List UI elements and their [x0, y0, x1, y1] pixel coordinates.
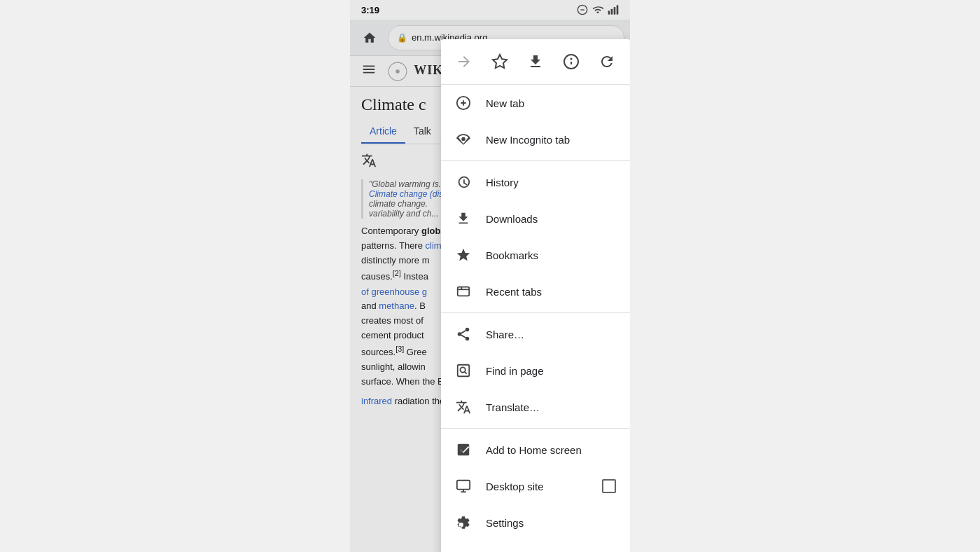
bookmarks-label: Bookmarks: [486, 249, 616, 261]
menu-item-bookmarks[interactable]: Bookmarks: [441, 237, 630, 273]
page-content-wrapper: 🔒 en.m.wikipedia.org WIKIPEDIA: [350, 20, 630, 552]
history-label: History: [486, 177, 616, 188]
menu-download-button[interactable]: [520, 46, 551, 77]
svg-point-17: [458, 332, 462, 336]
menu-item-new-tab[interactable]: New tab: [441, 85, 630, 121]
status-icons: [577, 4, 619, 15]
do-not-disturb-icon: [577, 4, 588, 15]
signal-icon: [608, 4, 619, 15]
translate-icon: [455, 399, 472, 415]
settings-label: Settings: [486, 517, 616, 529]
svg-point-16: [465, 328, 470, 332]
menu-item-find-in-page[interactable]: Find in page: [441, 352, 630, 389]
svg-point-18: [465, 337, 470, 341]
menu-item-share[interactable]: Share…: [441, 316, 630, 352]
menu-refresh-button[interactable]: [592, 46, 622, 77]
bookmarks-icon: [455, 247, 472, 263]
menu-bookmark-button[interactable]: [484, 46, 515, 77]
svg-rect-3: [611, 9, 613, 15]
new-tab-label: New tab: [486, 97, 616, 109]
history-icon: [455, 174, 472, 191]
new-incognito-label: New Incognito tab: [486, 134, 616, 146]
menu-item-help[interactable]: Help & feedback: [441, 541, 630, 552]
menu-divider-1: [441, 160, 630, 161]
share-icon: [455, 326, 472, 343]
status-time: 3:19: [361, 5, 379, 15]
menu-item-settings[interactable]: Settings: [441, 504, 630, 541]
menu-item-desktop-site[interactable]: Desktop site: [441, 468, 630, 504]
add-home-icon: [455, 441, 472, 458]
menu-item-history[interactable]: History: [441, 164, 630, 200]
svg-rect-5: [617, 5, 619, 14]
incognito-icon: [455, 131, 472, 148]
find-in-page-label: Find in page: [486, 365, 616, 377]
settings-icon: [455, 514, 472, 531]
svg-rect-2: [608, 11, 610, 14]
menu-item-translate[interactable]: Translate…: [441, 389, 630, 425]
wifi-icon: [592, 4, 603, 15]
new-tab-icon: [455, 95, 472, 111]
menu-item-new-incognito[interactable]: New Incognito tab: [441, 121, 630, 158]
dropdown-menu: New tab New Incognito tab: [441, 39, 630, 552]
recent-tabs-label: Recent tabs: [486, 286, 616, 298]
svg-line-20: [461, 331, 465, 333]
menu-info-button[interactable]: [556, 46, 587, 77]
desktop-site-checkbox[interactable]: [602, 479, 616, 493]
desktop-site-label: Desktop site: [486, 481, 588, 492]
svg-rect-23: [457, 481, 470, 490]
downloads-icon: [455, 210, 472, 227]
share-label: Share…: [486, 329, 616, 340]
add-home-label: Add to Home screen: [486, 444, 616, 456]
downloads-label: Downloads: [486, 213, 616, 225]
svg-point-22: [460, 367, 465, 372]
menu-item-recent-tabs[interactable]: Recent tabs: [441, 273, 630, 310]
status-bar: 3:19: [350, 0, 630, 20]
menu-divider-2: [441, 312, 630, 313]
find-in-page-icon: [455, 362, 472, 379]
svg-line-19: [461, 335, 465, 338]
svg-marker-8: [493, 55, 507, 68]
menu-top-toolbar: [441, 39, 630, 85]
menu-item-downloads[interactable]: Downloads: [441, 200, 630, 237]
svg-rect-4: [614, 7, 616, 15]
menu-divider-3: [441, 428, 630, 429]
translate-label: Translate…: [486, 401, 616, 413]
menu-forward-button[interactable]: [449, 46, 479, 77]
svg-rect-15: [458, 287, 470, 296]
recent-tabs-icon: [455, 283, 472, 300]
menu-item-add-home[interactable]: Add to Home screen: [441, 432, 630, 468]
svg-rect-21: [458, 365, 470, 377]
desktop-site-icon: [455, 478, 472, 495]
